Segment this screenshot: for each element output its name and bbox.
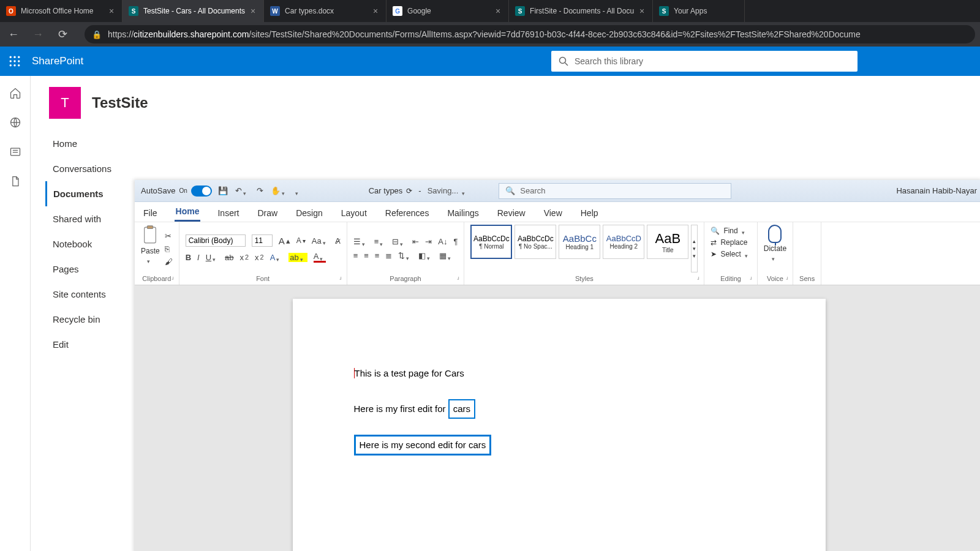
numbering-icon[interactable]: ≡ — [374, 237, 386, 246]
browser-tab[interactable]: S FirstSite - Documents - All Docu × — [509, 0, 653, 22]
save-icon[interactable]: 💾 — [218, 186, 228, 195]
nav-item-sitecontents[interactable]: Site contents — [53, 282, 124, 307]
tab-design[interactable]: Design — [295, 204, 324, 222]
style-heading1[interactable]: AaBbCcHeading 1 — [559, 225, 600, 259]
tab-close-icon[interactable]: × — [638, 7, 646, 15]
forward-button[interactable]: → — [29, 26, 47, 43]
tab-review[interactable]: Review — [496, 204, 527, 222]
multilevel-icon[interactable]: ⊟ — [392, 237, 406, 246]
tab-mailings[interactable]: Mailings — [446, 204, 480, 222]
bold-button[interactable]: B — [186, 253, 191, 262]
app-launcher-icon[interactable] — [0, 56, 29, 67]
style-title[interactable]: AaBTitle — [647, 225, 688, 259]
show-marks-icon[interactable]: ¶ — [453, 237, 458, 246]
replace-button[interactable]: ⇄Replace — [710, 238, 750, 247]
nav-item-home[interactable]: Home — [53, 131, 124, 156]
sort-icon[interactable]: A↓ — [438, 237, 447, 246]
chevron-down-icon[interactable] — [462, 188, 468, 194]
style-heading2[interactable]: AaBbCcDHeading 2 — [603, 225, 644, 259]
bullets-icon[interactable]: ☰ — [353, 237, 368, 246]
cut-icon[interactable]: ✂ — [165, 231, 173, 241]
site-logo[interactable]: T — [49, 87, 81, 119]
underline-button[interactable]: U — [206, 253, 219, 262]
decrease-indent-icon[interactable]: ⇤ — [412, 237, 419, 246]
nav-item-documents[interactable]: Documents — [45, 181, 124, 206]
tab-help[interactable]: Help — [579, 204, 600, 222]
font-name-combo[interactable] — [186, 234, 246, 247]
document-canvas[interactable]: This is a test page for Cars Here is my … — [135, 285, 980, 551]
qat-customize-icon[interactable] — [295, 186, 301, 195]
format-painter-icon[interactable]: 🖌 — [165, 257, 173, 266]
tab-layout[interactable]: Layout — [340, 204, 368, 222]
nav-item-edit[interactable]: Edit — [53, 332, 124, 357]
copy-icon[interactable]: ⎘ — [165, 244, 173, 253]
search-input[interactable]: Search this library — [551, 51, 858, 72]
tab-file[interactable]: File — [142, 204, 159, 222]
shrink-font-icon[interactable]: A▾ — [296, 236, 306, 245]
globe-icon[interactable] — [9, 116, 21, 129]
find-button[interactable]: 🔍Find — [710, 226, 750, 236]
tab-close-icon[interactable]: × — [249, 7, 257, 15]
align-center-icon[interactable]: ≡ — [364, 251, 369, 260]
app-name[interactable]: SharePoint — [29, 55, 83, 67]
browser-tab[interactable]: S Your Apps — [653, 0, 745, 22]
tab-view[interactable]: View — [543, 204, 564, 222]
change-case-icon[interactable]: Aa — [312, 236, 329, 246]
style-nospacing[interactable]: AaBbCcDc¶ No Spac... — [514, 225, 556, 259]
tab-close-icon[interactable]: × — [107, 7, 116, 15]
tell-me-search[interactable]: 🔍 Search — [499, 183, 731, 199]
undo-button[interactable]: ↶ — [235, 186, 249, 195]
style-normal[interactable]: AaBbCcDc¶ Normal — [470, 225, 512, 259]
tab-close-icon[interactable]: × — [371, 7, 380, 15]
site-title[interactable]: TestSite — [92, 94, 148, 111]
browser-tab[interactable]: Google × — [386, 0, 509, 22]
tab-draw[interactable]: Draw — [256, 204, 279, 222]
home-icon[interactable] — [9, 87, 21, 99]
tab-home[interactable]: Home — [175, 203, 201, 222]
line-spacing-icon[interactable]: ⇅ — [398, 251, 412, 260]
justify-icon[interactable]: ≣ — [385, 251, 392, 260]
touch-mode-icon[interactable]: ✋ — [271, 186, 288, 195]
tab-close-icon[interactable]: × — [494, 7, 502, 15]
nav-item-shared[interactable]: Shared with — [53, 206, 124, 231]
dictate-button[interactable]: Dictate — [764, 225, 786, 260]
reload-button[interactable]: ⟳ — [54, 26, 71, 43]
tracked-change-box[interactable]: Here is my second edit for cars — [354, 435, 492, 455]
nav-item-recyclebin[interactable]: Recycle bin — [53, 307, 124, 332]
style-scroll-down-icon[interactable]: ▾ — [693, 246, 696, 252]
nav-item-pages[interactable]: Pages — [53, 257, 124, 282]
browser-tab[interactable]: S TestSite - Cars - All Documents × — [123, 0, 264, 22]
account-name[interactable]: Hasanain Habib-Nayar — [896, 186, 977, 195]
select-button[interactable]: ➤Select — [710, 249, 750, 259]
tab-insert[interactable]: Insert — [216, 204, 240, 222]
clear-format-icon[interactable]: A̷ — [335, 236, 341, 246]
italic-button[interactable]: I — [197, 253, 200, 262]
back-button[interactable]: ← — [5, 26, 22, 43]
redo-button[interactable]: ↷ — [257, 186, 263, 195]
strike-button[interactable]: ab — [225, 253, 233, 262]
document-title[interactable]: Car types ⟳ - Saving... — [369, 186, 469, 195]
style-gallery-more-icon[interactable]: ▾ — [693, 253, 696, 259]
subscript-button[interactable]: x2 — [240, 253, 249, 262]
tracked-change-box[interactable]: cars — [448, 399, 475, 419]
news-icon[interactable] — [9, 146, 21, 158]
doc-line[interactable]: This is a test page for Cars — [354, 366, 764, 381]
text-effects-icon[interactable]: A — [270, 253, 283, 262]
superscript-button[interactable]: x2 — [255, 253, 264, 262]
highlight-icon[interactable]: ab — [288, 253, 307, 262]
align-right-icon[interactable]: ≡ — [375, 251, 380, 260]
increase-indent-icon[interactable]: ⇥ — [425, 237, 432, 246]
tab-references[interactable]: References — [384, 204, 431, 222]
browser-tab[interactable]: O Microsoft Office Home × — [0, 0, 123, 22]
font-size-combo[interactable] — [252, 234, 273, 247]
grow-font-icon[interactable]: A▴ — [279, 236, 290, 246]
document-page[interactable]: This is a test page for Cars Here is my … — [293, 299, 826, 551]
address-bar[interactable]: 🔒 https://citizenbuilders.sharepoint.com… — [85, 25, 975, 43]
font-color-icon[interactable]: A — [314, 252, 326, 263]
style-scroll-up-icon[interactable]: ▴ — [693, 238, 696, 244]
browser-tab[interactable]: W Car types.docx × — [264, 0, 386, 22]
nav-item-notebook[interactable]: Notebook — [53, 231, 124, 257]
nav-item-conversations[interactable]: Conversations — [53, 156, 124, 181]
files-icon[interactable] — [9, 175, 21, 187]
shading-icon[interactable]: ◧ — [418, 251, 433, 260]
